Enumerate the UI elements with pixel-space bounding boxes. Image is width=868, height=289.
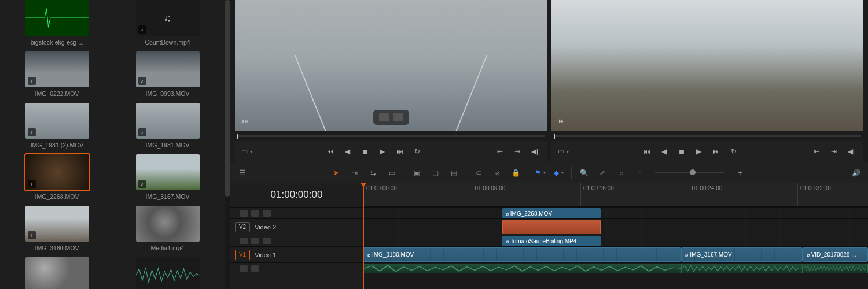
search-icon[interactable]: 🔍 (578, 166, 590, 179)
playhead[interactable] (363, 183, 364, 289)
lock-button[interactable]: 🔒 (509, 166, 522, 179)
clip[interactable] (363, 264, 681, 273)
thumb-icon[interactable] (263, 210, 271, 217)
link-icon: ⌀ (685, 252, 688, 258)
media-pool-scrollbar[interactable] (225, 0, 230, 289)
step-end-icon[interactable]: ⏭ (240, 116, 250, 126)
mark-out-button[interactable]: ⇥ (511, 145, 524, 158)
snap-button[interactable]: ⊂ (472, 166, 485, 179)
stop-button[interactable]: ◼ (359, 145, 372, 158)
replace-tool[interactable]: ▢ (429, 166, 442, 179)
step-end-icon[interactable]: ⏭ (556, 116, 567, 126)
insert-tool[interactable]: ▭ (385, 166, 398, 179)
zoom-slider[interactable] (655, 172, 724, 173)
stop-button[interactable]: ◼ (675, 145, 688, 158)
track-header[interactable] (230, 207, 363, 218)
zoom-in-button[interactable]: + (734, 166, 746, 179)
prev-frame-button[interactable]: ◀ (658, 145, 671, 158)
track-header[interactable]: V2Video 2 (230, 218, 363, 235)
mark-out-button[interactable]: ⇥ (827, 145, 840, 158)
customize-button[interactable]: ☰ (236, 166, 249, 179)
media-thumb[interactable] (25, 0, 89, 36)
program-viewer-screen[interactable]: ⏭ (551, 0, 863, 131)
ruler-tick: 01:00:24:00 (689, 183, 722, 206)
loop-button[interactable]: ↻ (411, 145, 424, 158)
source-viewer: ⏭ ▭▼ ⏮ ◀ ◼ ▶ ⏭ ↻ ⇤ ⇥ ◀| (235, 0, 547, 162)
clip-label: ⌀IMG_2268.MOV (506, 210, 552, 217)
track-row[interactable]: ⌀TomatoSauceBoiling.MP4 (363, 235, 868, 246)
program-scrubber[interactable] (551, 131, 863, 141)
next-frame-button[interactable]: ⏭ (710, 145, 723, 158)
source-viewer-screen[interactable]: ⏭ (235, 0, 547, 131)
first-frame-button[interactable]: ⏮ (324, 145, 337, 158)
thumb-icon[interactable] (263, 238, 271, 244)
goto-in-button[interactable]: ◀| (845, 145, 858, 158)
lock-icon[interactable] (240, 210, 248, 217)
lock-icon[interactable] (240, 238, 248, 244)
zoom-icon[interactable]: ⌕ (615, 166, 627, 179)
prev-frame-button[interactable]: ◀ (341, 145, 354, 158)
clip[interactable]: ⌀VID_20170828 ... (803, 247, 868, 262)
media-thumb[interactable]: ♪ (136, 154, 200, 190)
timecode-display[interactable]: 01:00:00:00 (230, 183, 363, 207)
first-frame-button[interactable]: ⏮ (641, 145, 653, 158)
clip[interactable]: ⌀IMG_3167.MOV (681, 247, 802, 262)
clip[interactable]: ⌀TomatoSauceBoiling.MP4 (502, 236, 601, 246)
track-row[interactable]: ⌀IMG_3180.MOV⌀IMG_3167.MOV⌀VID_20170828 … (363, 246, 868, 262)
link-icon[interactable] (251, 238, 259, 244)
clip[interactable] (502, 220, 601, 234)
append-tool[interactable]: ▤ (447, 166, 460, 179)
zoom-out-button[interactable]: − (633, 166, 646, 179)
goto-in-button[interactable]: ◀| (528, 145, 541, 158)
media-thumb[interactable]: ♪ (25, 103, 89, 139)
next-frame-button[interactable]: ⏭ (393, 145, 406, 158)
arrow-tool[interactable]: ➤ (330, 166, 343, 179)
media-thumb[interactable]: ♪ (25, 206, 89, 242)
lock-icon[interactable] (240, 265, 248, 272)
play-button[interactable]: ▶ (693, 145, 705, 158)
mute-button[interactable]: 🔊 (849, 166, 862, 179)
mark-in-button[interactable]: ⇤ (494, 145, 506, 158)
video-only-icon[interactable] (379, 113, 389, 121)
link-button[interactable]: ⌀ (491, 166, 503, 179)
track-row[interactable] (363, 262, 868, 274)
media-thumb[interactable]: ♪ (136, 103, 200, 139)
track-header[interactable] (230, 235, 363, 246)
track-tag[interactable]: V1 (235, 250, 250, 260)
scrollbar-thumb[interactable] (225, 0, 230, 197)
track-header[interactable] (230, 262, 363, 274)
track-tag[interactable]: V2 (235, 222, 250, 232)
insert-mode-button[interactable]: ▭▼ (241, 145, 253, 158)
clip[interactable]: ⌀IMG_3180.MOV (363, 247, 681, 262)
track-row[interactable]: ⌀IMG_2268.MOV (363, 207, 868, 218)
overwrite-tool[interactable]: ▣ (410, 166, 423, 179)
zoom-fit-icon[interactable]: ⤢ (596, 166, 609, 179)
media-thumb[interactable] (136, 257, 200, 289)
blade-tool[interactable]: ⇥ (348, 166, 361, 179)
timeline-tracks-area[interactable]: 01:00:00:0001:00:08:0001:00:16:0001:00:2… (363, 183, 868, 289)
mark-in-button[interactable]: ⇤ (810, 145, 823, 158)
clip[interactable]: ⌀IMG_2268.MOV (502, 208, 601, 218)
audio-badge-icon: ♪ (138, 180, 146, 188)
media-thumb[interactable]: ♪ (25, 51, 89, 87)
trim-tool[interactable]: ⇆ (367, 166, 380, 179)
media-thumb[interactable] (25, 257, 89, 289)
media-thumb[interactable]: ♪ (25, 154, 89, 190)
flag-button[interactable]: ⚑▼ (534, 166, 547, 179)
loop-button[interactable]: ↻ (727, 145, 740, 158)
clip[interactable] (803, 264, 868, 273)
track-row[interactable] (363, 218, 868, 235)
track-header[interactable]: V1Video 1 (230, 246, 363, 262)
mute-icon[interactable] (251, 265, 259, 272)
marker-button[interactable]: ◆▼ (553, 166, 565, 179)
clip[interactable] (681, 264, 802, 273)
media-thumb[interactable] (136, 206, 200, 242)
timeline-ruler[interactable]: 01:00:00:0001:00:08:0001:00:16:0001:00:2… (363, 183, 868, 207)
media-thumb[interactable]: ♪♫ (136, 0, 200, 36)
source-scrubber[interactable] (235, 131, 547, 141)
aspect-button[interactable]: ▭▼ (557, 145, 570, 158)
link-icon[interactable] (251, 210, 259, 217)
media-thumb[interactable]: ♪ (136, 51, 200, 87)
play-button[interactable]: ▶ (376, 145, 389, 158)
audio-only-icon[interactable] (393, 113, 403, 121)
